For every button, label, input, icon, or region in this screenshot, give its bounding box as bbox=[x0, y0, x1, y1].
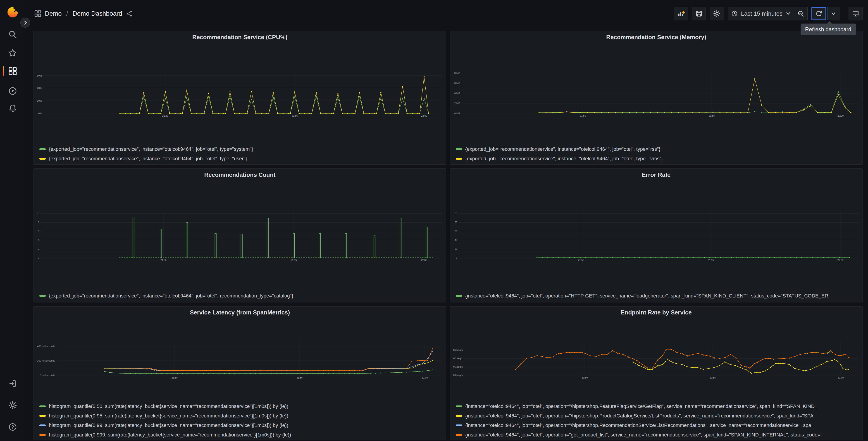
legend: {instance="otelcol:9464", job="otel", op… bbox=[450, 290, 862, 301]
svg-text:60: 60 bbox=[455, 230, 457, 233]
chevron-down-icon bbox=[786, 11, 790, 16]
legend-label: {instance="otelcol:9464", job="otel", op… bbox=[465, 404, 817, 409]
alerting-bell-icon[interactable] bbox=[0, 100, 25, 116]
add-panel-button[interactable] bbox=[674, 7, 688, 20]
legend-item[interactable]: {exported_job="recommendationservice", i… bbox=[456, 154, 862, 164]
svg-text:22:00: 22:00 bbox=[421, 114, 427, 117]
save-dashboard-button[interactable] bbox=[692, 7, 706, 20]
legend-label: histogram_quantile(0.50, sum(rate(latenc… bbox=[49, 404, 288, 409]
sidebar: ? bbox=[0, 0, 25, 441]
time-range-picker[interactable]: Last 15 minutes bbox=[728, 7, 794, 20]
panel-header[interactable]: Service Latency (from SpanMetrics) bbox=[34, 306, 446, 318]
refresh-tooltip: Refresh dashboard bbox=[801, 24, 856, 35]
panel-header[interactable]: Recommendations Count bbox=[34, 169, 446, 181]
legend-label: {instance="otelcol:9464", job="otel", op… bbox=[465, 432, 820, 438]
panel-header[interactable]: Error Rate bbox=[450, 169, 862, 181]
legend-swatch bbox=[456, 424, 462, 426]
legend-label: histogram_quantile(0.99, sum(rate(latenc… bbox=[49, 422, 288, 428]
search-icon[interactable] bbox=[0, 27, 25, 42]
legend-item[interactable]: {instance="otelcol:9464", job="otel", op… bbox=[456, 430, 862, 440]
svg-text:40: 40 bbox=[455, 239, 457, 241]
panel-header[interactable]: Recommendation Service (CPU%) bbox=[34, 31, 446, 43]
sign-in-icon[interactable] bbox=[0, 376, 25, 391]
help-icon[interactable]: ? bbox=[0, 419, 25, 435]
legend-swatch bbox=[456, 295, 462, 297]
chart-canvas[interactable]: 21:5021:5522:000246810 bbox=[34, 181, 446, 290]
legend-label: {exported_job="recommendationservice", i… bbox=[49, 156, 247, 161]
active-indicator bbox=[3, 66, 4, 76]
legend-item[interactable]: {instance="otelcol:9464", job="otel", op… bbox=[456, 421, 862, 430]
legend-label: {instance="otelcol:9464", job="otel", op… bbox=[465, 413, 813, 419]
svg-text:10: 10 bbox=[36, 212, 39, 215]
legend-item[interactable]: {exported_job="recommendationservice", i… bbox=[39, 144, 446, 154]
svg-text:0: 0 bbox=[38, 256, 39, 259]
legend: {exported_job="recommendationservice", i… bbox=[34, 144, 446, 164]
legend-item[interactable]: histogram_quantile(0.99, sum(rate(latenc… bbox=[39, 421, 446, 430]
settings-gear-icon[interactable] bbox=[0, 398, 25, 413]
legend-swatch bbox=[39, 434, 46, 436]
svg-text:4: 4 bbox=[38, 239, 39, 241]
chart-canvas[interactable]: 21:5021:5522:000 milliseconds200 millise… bbox=[34, 318, 446, 401]
refresh-interval-dropdown[interactable] bbox=[827, 7, 839, 20]
expand-sidebar-button[interactable] bbox=[20, 18, 30, 28]
legend-label: {exported_job="recommendationservice", i… bbox=[465, 156, 663, 161]
legend-swatch bbox=[456, 158, 462, 159]
chart-canvas[interactable]: 21:5021:5522:000%10%20%30% bbox=[34, 43, 446, 144]
svg-text:21:50: 21:50 bbox=[172, 376, 178, 379]
refresh-button[interactable] bbox=[811, 7, 826, 20]
legend-item[interactable]: histogram_quantile(0.95, sum(rate(latenc… bbox=[39, 411, 446, 421]
legend-item[interactable]: {exported_job="recommendationservice", i… bbox=[39, 154, 446, 164]
legend-swatch bbox=[39, 148, 46, 150]
svg-text:21:50: 21:50 bbox=[160, 259, 166, 262]
chart-canvas[interactable]: 21:5021:5522:000 MB2 MB4 MB6 MB8 MB bbox=[450, 43, 862, 144]
legend-label: {instance="otelcol:9464", job="otel", op… bbox=[465, 422, 811, 428]
legend-swatch bbox=[456, 415, 462, 417]
panel-title: Endpoint Rate by Service bbox=[621, 309, 692, 316]
svg-text:6: 6 bbox=[38, 230, 39, 233]
legend-label: histogram_quantile(0.999, sum(rate(laten… bbox=[49, 432, 291, 438]
dashboard-settings-button[interactable] bbox=[710, 7, 724, 20]
toolbar: Last 15 minutes Refresh dashboard bbox=[674, 7, 863, 20]
svg-text:21:50: 21:50 bbox=[578, 259, 584, 262]
apps-grid-icon bbox=[34, 10, 41, 17]
panel-title: Recommendation Service (Memory) bbox=[606, 34, 706, 41]
svg-text:0 MB: 0 MB bbox=[454, 112, 460, 115]
panel-endpoint-rate: Endpoint Rate by Service 21:5021:5522:00… bbox=[450, 306, 863, 440]
grafana-logo-icon[interactable] bbox=[6, 5, 20, 19]
legend-item[interactable]: histogram_quantile(0.999, sum(rate(laten… bbox=[39, 430, 446, 440]
kiosk-mode-button[interactable] bbox=[848, 7, 863, 20]
svg-text:21:55: 21:55 bbox=[297, 376, 303, 379]
legend-item[interactable]: histogram_quantile(0.50, sum(rate(latenc… bbox=[39, 402, 446, 411]
legend-label: {exported_job="recommendationservice", i… bbox=[49, 146, 253, 152]
panel-header[interactable]: Endpoint Rate by Service bbox=[450, 306, 862, 318]
legend-swatch bbox=[39, 295, 46, 297]
svg-text:0 milliseconds: 0 milliseconds bbox=[40, 374, 55, 377]
legend-item[interactable]: {instance="otelcol:9464", job="otel", op… bbox=[456, 402, 862, 411]
chart-canvas[interactable]: 21:5021:5522:000.0 req/s0.1 req/s0.2 req… bbox=[450, 318, 862, 401]
svg-text:10%: 10% bbox=[37, 99, 42, 102]
svg-text:0.0 req/s: 0.0 req/s bbox=[453, 374, 463, 377]
dashboards-icon[interactable] bbox=[0, 63, 25, 79]
legend-item[interactable]: {instance="otelcol:9464", job="otel", op… bbox=[456, 291, 862, 301]
svg-text:8 MB: 8 MB bbox=[454, 72, 460, 75]
legend-item[interactable]: {instance="otelcol:9464", job="otel", op… bbox=[456, 411, 862, 421]
chart-canvas[interactable]: 21:5021:5522:00020406080100 bbox=[450, 181, 862, 290]
legend: {exported_job="recommendationservice", i… bbox=[34, 290, 446, 301]
svg-text:0%: 0% bbox=[38, 112, 42, 115]
explore-compass-icon[interactable] bbox=[0, 83, 25, 99]
legend-swatch bbox=[39, 415, 46, 417]
breadcrumb-section[interactable]: Demo bbox=[45, 10, 62, 17]
zoom-out-button[interactable] bbox=[794, 7, 808, 20]
svg-text:21:50: 21:50 bbox=[580, 114, 586, 117]
legend-item[interactable]: {exported_job="recommendationservice", i… bbox=[456, 144, 862, 154]
legend-label: {exported_job="recommendationservice", i… bbox=[49, 293, 293, 299]
svg-text:21:55: 21:55 bbox=[292, 114, 298, 117]
legend-item[interactable]: {exported_job="recommendationservice", i… bbox=[39, 291, 446, 301]
panel-title: Error Rate bbox=[642, 171, 671, 178]
svg-text:0.2 req/s: 0.2 req/s bbox=[453, 357, 463, 360]
legend: {exported_job="recommendationservice", i… bbox=[450, 144, 862, 164]
panel-title: Recommendations Count bbox=[204, 171, 276, 178]
share-icon[interactable] bbox=[126, 10, 133, 17]
starred-icon[interactable] bbox=[0, 45, 25, 61]
breadcrumb-dashboard-title[interactable]: Demo Dashboard bbox=[72, 10, 122, 17]
